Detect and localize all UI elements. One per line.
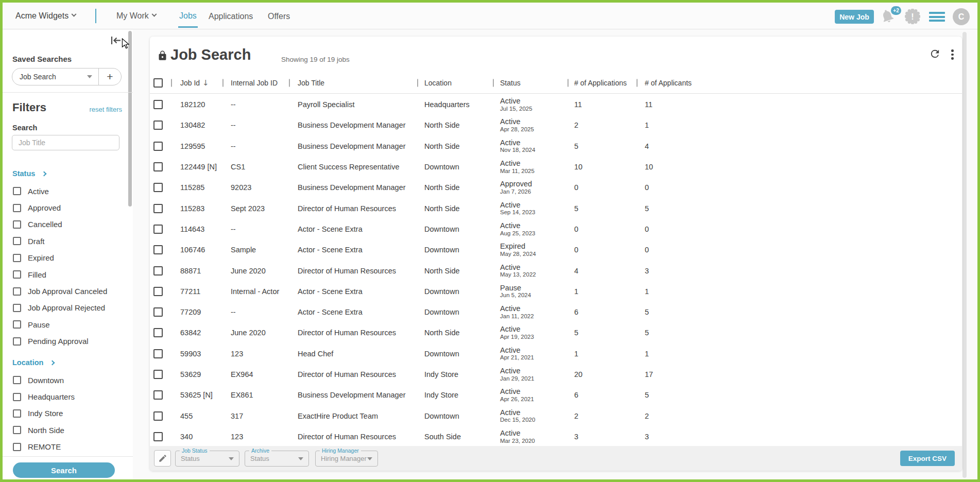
table-row[interactable]: 115285 92023 Business Development Manage… bbox=[150, 177, 962, 198]
table-row[interactable]: 53625 [N] EX861 Business Development Man… bbox=[150, 385, 962, 405]
row-checkbox[interactable] bbox=[153, 245, 163, 254]
checkbox[interactable] bbox=[13, 254, 21, 262]
column-header-job-title[interactable]: Job Title bbox=[298, 79, 324, 87]
my-work-menu[interactable]: My Work bbox=[116, 3, 156, 29]
checkbox[interactable] bbox=[13, 426, 21, 434]
row-checkbox[interactable] bbox=[153, 370, 163, 379]
checkbox[interactable] bbox=[13, 287, 21, 296]
checkbox[interactable] bbox=[13, 270, 21, 279]
column-header-internal-job-id[interactable]: Internal Job ID bbox=[231, 79, 278, 87]
checkbox[interactable] bbox=[13, 304, 21, 312]
job-status-dropdown[interactable]: Job Status Status bbox=[175, 451, 239, 467]
status-filter-option[interactable]: Draft bbox=[3, 233, 133, 249]
checkbox[interactable] bbox=[13, 204, 21, 212]
table-row[interactable]: 115283 Sept 2023 Director of Human Resou… bbox=[150, 198, 962, 218]
reset-filters-link[interactable]: reset filters bbox=[89, 106, 122, 113]
table-row[interactable]: 455 317 ExactHire Product Team Downtown … bbox=[150, 405, 962, 426]
sidebar-scrollbar[interactable] bbox=[128, 31, 132, 206]
row-checkbox[interactable] bbox=[153, 100, 163, 109]
column-header-applications[interactable]: # of Applications bbox=[574, 79, 627, 87]
location-filter-option[interactable]: Downtown bbox=[3, 372, 133, 388]
refresh-button[interactable] bbox=[929, 48, 941, 62]
location-section-toggle[interactable]: Location bbox=[12, 358, 54, 367]
status-filter-option[interactable]: Cancelled bbox=[3, 216, 133, 233]
column-header-applicants[interactable]: # of Applicants bbox=[645, 79, 692, 87]
location-filter-option[interactable]: North Side bbox=[3, 422, 133, 438]
table-row[interactable]: 122449 [N] CS1 Client Success Representa… bbox=[150, 157, 962, 177]
checkbox[interactable] bbox=[13, 237, 21, 245]
row-checkbox[interactable] bbox=[153, 287, 163, 296]
archive-dropdown[interactable]: Archive Status bbox=[245, 451, 309, 467]
status-section-toggle[interactable]: Status bbox=[12, 169, 46, 178]
bulk-edit-button[interactable] bbox=[154, 450, 171, 467]
job-title-search-input[interactable] bbox=[12, 135, 119, 150]
checkbox[interactable] bbox=[13, 393, 21, 401]
status-filter-option[interactable]: Pause bbox=[3, 316, 133, 333]
column-header-status[interactable]: Status bbox=[500, 79, 521, 87]
tab-applications[interactable]: Applications bbox=[209, 3, 253, 29]
notifications-button[interactable]: +2 bbox=[880, 8, 897, 26]
collapse-sidebar-button[interactable] bbox=[110, 36, 122, 47]
row-checkbox[interactable] bbox=[153, 390, 163, 400]
table-row[interactable]: 130482 -- Business Development Manager N… bbox=[150, 115, 962, 135]
table-row[interactable]: 114643 -- Actor - Scene Extra Downtown A… bbox=[150, 219, 962, 239]
saved-search-select[interactable]: Job Search bbox=[12, 68, 99, 85]
row-checkbox[interactable] bbox=[153, 183, 163, 192]
table-row[interactable]: 340 123 Director of Human Resources Sout… bbox=[150, 426, 962, 446]
row-checkbox[interactable] bbox=[153, 411, 163, 421]
status-filter-option[interactable]: Job Approval Canceled bbox=[3, 283, 133, 299]
sort-descending-icon[interactable]: ↓ bbox=[202, 78, 209, 88]
alerts-button[interactable]: ! bbox=[905, 9, 920, 24]
add-saved-search-button[interactable]: + bbox=[99, 68, 121, 85]
select-all-checkbox[interactable] bbox=[153, 78, 163, 88]
status-filter-option[interactable]: Active bbox=[3, 183, 133, 199]
org-switcher[interactable]: Acme Widgets bbox=[15, 3, 76, 29]
table-row[interactable]: 59903 123 Head Chef Downtown ActiveApr 2… bbox=[150, 343, 962, 364]
checkbox[interactable] bbox=[13, 187, 21, 195]
table-row[interactable]: 129595 -- Business Development Manager N… bbox=[150, 136, 962, 157]
apply-search-button[interactable]: Search bbox=[13, 462, 115, 478]
location-filter-option[interactable]: Headquarters bbox=[3, 388, 133, 405]
location-filter-option[interactable]: Indy Store bbox=[3, 405, 133, 422]
row-checkbox[interactable] bbox=[153, 432, 163, 441]
more-options-button[interactable] bbox=[951, 49, 954, 60]
checkbox[interactable] bbox=[13, 337, 21, 346]
user-avatar[interactable]: C bbox=[953, 8, 970, 25]
export-csv-button[interactable]: Export CSV bbox=[900, 451, 955, 466]
row-checkbox[interactable] bbox=[153, 328, 163, 337]
table-row[interactable]: 182120 -- Payroll Specialist Headquarter… bbox=[150, 94, 962, 115]
tab-jobs[interactable]: Jobs bbox=[178, 3, 198, 29]
row-checkbox[interactable] bbox=[153, 204, 163, 213]
tab-offers[interactable]: Offers bbox=[268, 3, 290, 29]
table-row[interactable]: 106746 Sample Actor - Scene Extra Downto… bbox=[150, 239, 962, 260]
checkbox[interactable] bbox=[13, 320, 21, 329]
location-filter-option[interactable]: REMOTE bbox=[3, 439, 133, 455]
main-scrollbar[interactable] bbox=[962, 32, 967, 478]
hamburger-menu-button[interactable] bbox=[929, 12, 945, 22]
checkbox[interactable] bbox=[13, 220, 21, 229]
status-filter-option[interactable]: Expired bbox=[3, 250, 133, 266]
row-checkbox[interactable] bbox=[153, 307, 163, 317]
row-checkbox[interactable] bbox=[153, 162, 163, 171]
row-checkbox[interactable] bbox=[153, 120, 163, 130]
row-checkbox[interactable] bbox=[153, 349, 163, 358]
status-filter-option[interactable]: Filled bbox=[3, 266, 133, 283]
status-filter-option[interactable]: Pending Approval bbox=[3, 333, 133, 350]
column-header-job-id[interactable]: Job Id bbox=[180, 79, 200, 87]
table-row[interactable]: 63842 June 2020 Director of Human Resour… bbox=[150, 322, 962, 343]
checkbox[interactable] bbox=[13, 409, 21, 418]
table-row[interactable]: 77209 -- Actor - Scene Extra Downtown Ac… bbox=[150, 302, 962, 322]
column-header-location[interactable]: Location bbox=[424, 79, 452, 87]
new-job-button[interactable]: New Job bbox=[835, 10, 874, 24]
hiring-manager-dropdown[interactable]: Hiring Manager Hiring Manager bbox=[315, 451, 378, 467]
status-filter-option[interactable]: Job Approval Rejected bbox=[3, 300, 133, 316]
row-checkbox[interactable] bbox=[153, 266, 163, 276]
status-filter-option[interactable]: Approved bbox=[3, 199, 133, 216]
row-checkbox[interactable] bbox=[153, 225, 163, 234]
row-checkbox[interactable] bbox=[153, 142, 163, 151]
checkbox[interactable] bbox=[13, 443, 21, 451]
table-row[interactable]: 77211 Internal - Actor Actor - Scene Ext… bbox=[150, 281, 962, 302]
table-row[interactable]: 88871 June 2020 Director of Human Resour… bbox=[150, 260, 962, 281]
table-row[interactable]: 53629 EX964 Director of Human Resources … bbox=[150, 364, 962, 385]
checkbox[interactable] bbox=[13, 376, 21, 384]
